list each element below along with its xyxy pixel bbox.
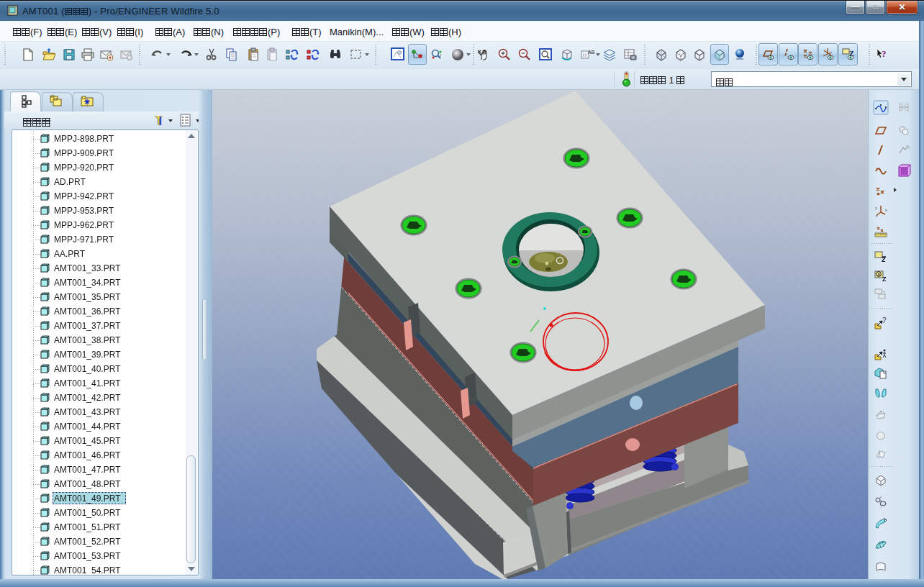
svg-text:A: A (877, 272, 881, 277)
svg-text:Z: Z (882, 256, 886, 263)
svg-text:z: z (876, 214, 878, 218)
svg-text:Z: Z (882, 276, 887, 283)
svg-text:x: x (885, 208, 887, 212)
svg-text:y: y (875, 206, 877, 210)
svg-text:?: ? (882, 48, 887, 59)
svg-text:AB: AB (588, 50, 595, 55)
